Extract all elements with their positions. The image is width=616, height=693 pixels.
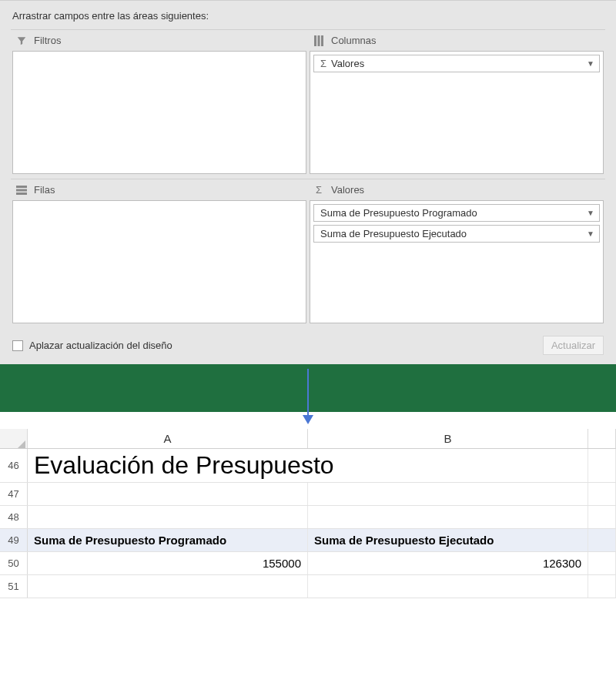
area-rows-header: Filas [11, 179, 308, 200]
row-header[interactable]: 50 [0, 552, 28, 574]
cell-title[interactable]: Evaluación de Presupuesto [28, 449, 588, 482]
area-filters-header: Filtros [11, 29, 308, 51]
field-pill-ejecutado[interactable]: Suma de Presupuesto Ejecutado ▼ [313, 225, 600, 243]
row-48: 48 [0, 506, 616, 529]
cell[interactable] [588, 483, 616, 505]
row-header[interactable]: 49 [0, 529, 28, 551]
pane-footer: Aplazar actualización del diseño Actuali… [11, 328, 605, 357]
col-header-a[interactable]: A [28, 429, 308, 448]
area-values: Σ Valores Suma de Presupuesto Programado… [308, 179, 605, 328]
col-header-next[interactable] [588, 429, 616, 448]
svg-rect-5 [16, 192, 27, 195]
cell[interactable] [588, 506, 616, 528]
column-headers: A B [0, 429, 616, 449]
row-header[interactable]: 46 [0, 449, 28, 482]
svg-rect-3 [16, 186, 27, 188]
values-dropzone[interactable]: Suma de Presupuesto Programado ▼ Suma de… [310, 200, 604, 323]
defer-update-checkbox[interactable]: Aplazar actualización del diseño [12, 340, 172, 351]
row-46: 46 Evaluación de Presupuesto [0, 449, 616, 483]
row-header[interactable]: 51 [0, 575, 28, 598]
sigma-icon: Σ [313, 184, 325, 196]
pane-hint: Arrastrar campos entre las áreas siguien… [12, 10, 605, 22]
svg-rect-0 [314, 35, 316, 46]
chevron-down-icon: ▼ [587, 229, 594, 238]
row-47: 47 [0, 483, 616, 506]
cell[interactable] [588, 529, 616, 551]
cell[interactable] [588, 552, 616, 574]
defer-label: Aplazar actualización del diseño [29, 340, 172, 351]
columns-icon [313, 35, 325, 46]
cell[interactable] [28, 575, 308, 598]
cell[interactable] [308, 506, 588, 528]
svg-rect-4 [16, 189, 27, 191]
cell-header-a[interactable]: Suma de Presupuesto Programado [28, 529, 308, 551]
funnel-icon [15, 35, 28, 46]
row-49: 49 Suma de Presupuesto Programado Suma d… [0, 529, 616, 552]
col-header-b[interactable]: B [308, 429, 588, 448]
update-button[interactable]: Actualizar [543, 336, 604, 355]
cell[interactable] [588, 575, 616, 598]
row-51: 51 [0, 575, 616, 598]
filters-dropzone[interactable] [12, 51, 306, 174]
row-50: 50 155000 126300 [0, 552, 616, 575]
cell[interactable] [28, 506, 308, 528]
row-header[interactable]: 48 [0, 506, 28, 528]
columns-dropzone[interactable]: ΣValores ▼ [310, 51, 604, 174]
field-pill-label: Suma de Presupuesto Ejecutado [320, 228, 467, 239]
rows-icon [15, 186, 28, 195]
divider-bar [0, 364, 616, 412]
area-columns-header: Columnas [308, 29, 605, 51]
area-columns: Columnas ΣValores ▼ [308, 29, 605, 179]
area-columns-label: Columnas [331, 35, 377, 46]
area-rows: Filas [11, 179, 308, 328]
cell-value-a[interactable]: 155000 [28, 552, 308, 574]
select-all-corner[interactable] [0, 429, 28, 448]
pivot-field-pane: Arrastrar campos entre las áreas siguien… [0, 0, 616, 364]
cell[interactable] [28, 483, 308, 505]
area-rows-label: Filas [34, 184, 55, 196]
chevron-down-icon: ▼ [587, 59, 594, 68]
area-filters-label: Filtros [34, 35, 61, 46]
field-pill-programado[interactable]: Suma de Presupuesto Programado ▼ [313, 204, 600, 222]
spreadsheet: A B 46 Evaluación de Presupuesto 47 48 4… [0, 412, 616, 598]
svg-rect-2 [321, 35, 323, 46]
sheet-title: Evaluación de Presupuesto [34, 451, 334, 480]
areas-grid: Filtros Columnas ΣValores ▼ [11, 29, 605, 328]
field-pill-label: Suma de Presupuesto Programado [320, 207, 477, 219]
cell[interactable] [308, 483, 588, 505]
cell-value-b[interactable]: 126300 [308, 552, 588, 574]
field-pill-values[interactable]: ΣValores ▼ [313, 55, 600, 72]
checkbox-icon [12, 340, 23, 351]
cell[interactable] [308, 575, 588, 598]
chevron-down-icon: ▼ [587, 209, 594, 217]
sigma-icon: Σ [320, 58, 326, 69]
cell-header-b[interactable]: Suma de Presupuesto Ejecutado [308, 529, 588, 551]
area-filters: Filtros [11, 29, 308, 179]
area-values-label: Valores [331, 184, 364, 196]
area-values-header: Σ Valores [308, 179, 605, 200]
rows-dropzone[interactable] [12, 200, 306, 323]
cell[interactable] [588, 449, 616, 482]
field-pill-label: Valores [331, 58, 364, 69]
row-header[interactable]: 47 [0, 483, 28, 505]
svg-rect-1 [318, 35, 320, 46]
